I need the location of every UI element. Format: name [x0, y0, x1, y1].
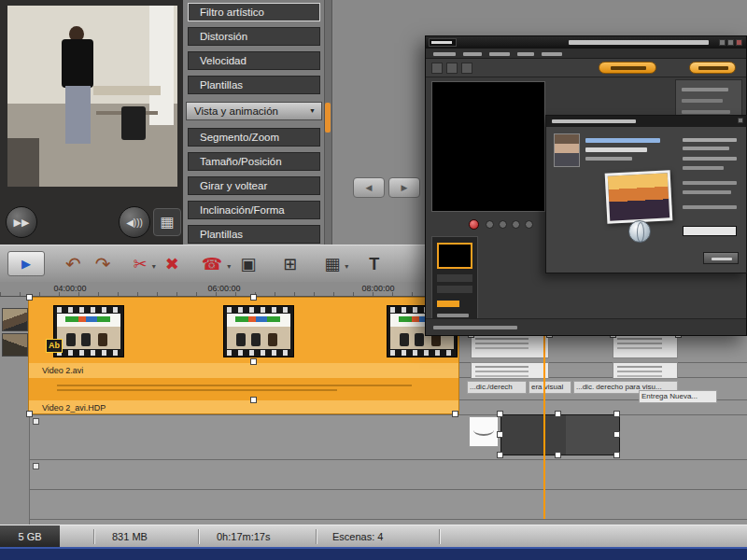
media-thumbnail-selected[interactable] — [437, 243, 472, 269]
welcome-heading-blur — [585, 138, 660, 143]
menu-label[interactable] — [433, 52, 456, 56]
clip-label[interactable]: Entrega Nueva... — [639, 390, 717, 403]
caret-down-icon[interactable]: ▾ — [152, 262, 156, 271]
clip-text-blur — [617, 338, 662, 340]
monitor-layout-button[interactable]: ▦ — [153, 208, 181, 236]
clip-label[interactable]: era visual — [529, 381, 571, 394]
caret-down-icon[interactable]: ▾ — [345, 262, 348, 271]
menu-item-inclinacion[interactable]: Inclinación/Forma — [188, 201, 320, 219]
export-app-window[interactable] — [425, 35, 747, 336]
record-button[interactable] — [469, 219, 479, 230]
toolbar-icon[interactable] — [461, 63, 472, 74]
minimize-button[interactable] — [719, 39, 726, 46]
video-clip-frame[interactable] — [53, 305, 124, 357]
track-thumbnail[interactable] — [2, 308, 28, 331]
nav-prev-button[interactable]: ◀ — [353, 177, 385, 198]
os-taskbar[interactable] — [0, 547, 747, 560]
selected-dark-clip[interactable] — [500, 414, 620, 455]
toolbar-icon[interactable] — [431, 63, 443, 74]
clip-handle[interactable] — [26, 411, 33, 417]
clip-label[interactable]: ...dic./derech — [467, 381, 527, 394]
clip-handle[interactable] — [250, 397, 257, 403]
window-title-text — [569, 40, 709, 45]
timeline-clip[interactable] — [471, 334, 549, 358]
clip-handle[interactable] — [555, 452, 561, 458]
menu-item-velocidad[interactable]: Velocidad — [188, 51, 320, 70]
video-preview[interactable] — [7, 6, 177, 187]
timeline-clip[interactable] — [613, 334, 678, 358]
transport-button[interactable] — [486, 220, 494, 229]
menu-item-girar-voltear[interactable]: Girar y voltear — [188, 176, 320, 195]
phone-handset-icon[interactable]: ☎ — [202, 256, 222, 273]
close-button[interactable] — [736, 39, 742, 46]
fast-forward-button[interactable]: ▶▶ — [6, 206, 37, 238]
title-object-marker[interactable]: Ab — [46, 339, 63, 353]
title-text-icon[interactable]: T — [369, 256, 379, 273]
clip-handle[interactable] — [497, 411, 503, 417]
menu-label[interactable] — [463, 52, 482, 56]
menu-item-segmento-zoom[interactable]: Segmento/Zoom — [188, 128, 320, 147]
clip-handle[interactable] — [26, 294, 33, 301]
burn-mode-button[interactable] — [689, 62, 736, 74]
view-animation-dropdown[interactable]: Vista y animación ▼ — [186, 102, 322, 120]
object-grid-icon[interactable]: ▦ — [324, 256, 340, 273]
clip-handle[interactable] — [613, 431, 620, 438]
track-toggle[interactable] — [33, 418, 39, 425]
nav-next-button[interactable]: ▶ — [388, 177, 420, 198]
transport-button[interactable] — [525, 220, 533, 229]
window-toolbar[interactable] — [426, 59, 746, 77]
speaker-button[interactable]: ◀))) — [119, 206, 150, 238]
video-clip-frame[interactable] — [223, 305, 294, 357]
dialog-close-button[interactable] — [738, 118, 743, 123]
frame-icon[interactable]: ⊞ — [283, 256, 297, 273]
transport-button[interactable] — [512, 220, 520, 229]
welcome-dialog[interactable] — [545, 115, 747, 273]
maximize-button[interactable] — [727, 39, 734, 46]
window-menubar[interactable] — [426, 49, 746, 59]
menu-item-plantillas-2[interactable]: Plantillas — [188, 225, 320, 244]
undo-icon[interactable]: ↶ — [65, 255, 81, 273]
dialog-titlebar[interactable] — [546, 116, 746, 127]
transport-button[interactable] — [499, 220, 507, 229]
export-video-preview[interactable] — [431, 81, 545, 212]
menu-item-distorsion[interactable]: Distorsión — [188, 27, 320, 46]
user-avatar — [554, 133, 580, 167]
camera-icon[interactable]: ▣ — [240, 256, 256, 273]
clip-handle[interactable] — [497, 431, 503, 438]
clip-handle[interactable] — [452, 411, 458, 417]
clip-handle[interactable] — [497, 452, 503, 458]
toolbar-icon[interactable] — [446, 63, 458, 74]
menu-item-filtro-artistico[interactable]: Filtro artístico — [188, 3, 320, 21]
track2-clip-label: Video 2_avi.HDP — [42, 403, 106, 413]
menu-item-tamano-posicion[interactable]: Tamaño/Posición — [188, 152, 320, 171]
timeline-clip[interactable] — [471, 362, 549, 379]
menu-label[interactable] — [517, 52, 534, 56]
effects-scrollbar[interactable] — [324, 0, 331, 245]
clip-handle[interactable] — [250, 358, 257, 365]
menu-label[interactable] — [542, 52, 562, 56]
window-titlebar[interactable] — [426, 36, 746, 49]
effects-scrollbar-thumb[interactable] — [325, 103, 331, 133]
media-row[interactable] — [437, 286, 472, 293]
clip-handle[interactable] — [555, 411, 561, 417]
preview-export-button[interactable]: ▶ — [7, 251, 45, 276]
dialog-input-field[interactable] — [683, 226, 737, 236]
selected-clip-group[interactable]: Ab Video 2.avi Video 2_avi.HDP — [28, 297, 459, 414]
menu-item-plantillas-1[interactable]: Plantillas — [188, 76, 320, 94]
dialog-ok-button[interactable] — [703, 252, 739, 264]
clip-handle[interactable] — [613, 452, 620, 458]
menu-label[interactable] — [489, 52, 510, 56]
media-row[interactable] — [437, 274, 472, 282]
signature-clip[interactable] — [469, 416, 499, 447]
record-mode-button[interactable] — [599, 62, 656, 74]
cut-scissors-icon[interactable]: ✂ — [134, 256, 148, 273]
timeline-clip[interactable] — [613, 362, 678, 379]
clip-text-blur — [617, 366, 662, 368]
delete-x-icon[interactable]: ✖ — [165, 256, 179, 273]
track-thumbnail[interactable] — [2, 333, 28, 357]
redo-icon[interactable]: ↷ — [95, 255, 111, 273]
clip-handle[interactable] — [613, 411, 620, 417]
caret-down-icon[interactable]: ▾ — [227, 262, 231, 271]
track-toggle[interactable] — [33, 463, 39, 469]
clip-handle[interactable] — [250, 294, 257, 301]
